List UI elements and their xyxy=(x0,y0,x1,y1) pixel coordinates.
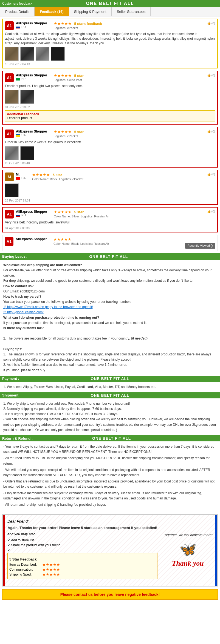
review-image-2b xyxy=(20,90,34,104)
shipment-header: Shipment : ONE BELT FIT ALL xyxy=(0,392,220,398)
review-images-3 xyxy=(5,146,215,160)
flag-ru-5 xyxy=(16,214,20,217)
email-text: Our Email: edbltd@126.com xyxy=(3,289,217,294)
ty-dear: Dear Friend: xyxy=(7,519,157,524)
reviewer-name-4: M. xyxy=(16,173,26,176)
review-images-1 xyxy=(5,47,215,61)
like-count-1: (0) xyxy=(211,22,215,25)
stars-4: ★★★★★ xyxy=(32,173,50,177)
reviewer-name-1: AliExpress Shopper xyxy=(16,21,47,25)
color-name-4: Color Name: Black Logistics: ePacket xyxy=(32,177,83,181)
buying-leads-label: Buying Leads: xyxy=(2,254,27,258)
sf-row-0: Item as Described: ★★★★★ xyxy=(9,562,156,567)
rating-label-3: 5 star xyxy=(74,130,84,134)
star-feedback-box: 5 Star Feedback Item as Described: ★★★★★… xyxy=(7,553,157,579)
tab-product-details[interactable]: Product Details xyxy=(0,7,35,16)
avatar-5: A1 xyxy=(5,210,14,219)
reviewer-info-1: A1 AliExpress Shopper RU ★★★★★ 5 stars f… xyxy=(5,21,215,30)
review-date-2: 01 Jan 2017 18:02 xyxy=(5,105,215,109)
return-line-3: - Orders that are returned to us due to … xyxy=(3,479,217,489)
review-image-3a xyxy=(5,146,19,160)
sf-stars-1: ★★★★★ xyxy=(42,567,60,572)
like-button-1[interactable]: 👍 (0) xyxy=(207,21,215,25)
like-count-3: (0) xyxy=(211,130,215,133)
reviewer-info-4: M M. CA ★★★★★ 5 star Color Name: Black L… xyxy=(5,173,215,181)
review-image-1d xyxy=(51,47,65,61)
sf-stars-0: ★★★★★ xyxy=(42,562,60,567)
reviewer-name-5: AliExpress Shopper xyxy=(16,210,47,214)
like-button-4[interactable]: 👍 (0) xyxy=(207,173,215,176)
rating-label-1: 5 stars feedback xyxy=(74,22,102,26)
tabs-bar: Product Details Feedback (16) Shipping &… xyxy=(0,7,220,16)
review-card-4: 👍 (0) M M. CA ★★★★★ 5 star Color Name: B… xyxy=(2,170,218,205)
review-image-3b xyxy=(20,146,34,160)
butterfly-icon: 🦋 xyxy=(179,541,196,557)
checklist-item-1: Share the product with your friend xyxy=(7,543,157,547)
ty-checklist: Add to store list Share the product with… xyxy=(7,538,157,579)
additional-label-2: Additional Feedback xyxy=(7,112,213,116)
logistics-3: Logistics: ePacket xyxy=(54,134,84,138)
sf-label-2: Shipping Sped: xyxy=(9,573,42,576)
sf-label-1: Communication: xyxy=(9,568,42,571)
track-link1[interactable]: 1) http://www.17track.net/en (copy to th… xyxy=(3,305,93,309)
ty-also: and you may also : xyxy=(7,532,157,536)
stars-3: ★★★★★ xyxy=(54,130,72,134)
tab-feedback[interactable]: Feedback (16) xyxy=(35,7,69,16)
reviewer-country-1: RU xyxy=(16,25,47,28)
reviewer-info-3: A1 AliExpress Shopper UA ★★★★★ 5 star Lo… xyxy=(5,130,215,138)
reviewer-name-2: AliExpress Shopper xyxy=(16,73,47,77)
stars-1: ★★★★★ xyxy=(54,21,72,26)
stars-5: ★★★★★ xyxy=(54,210,72,214)
sf-row-1: Communication: ★★★★★ xyxy=(9,567,156,572)
shipment-line-0: 1. We only ship to confirmed order addre… xyxy=(3,401,217,406)
return-line-4: - Only defective merchandises are subjec… xyxy=(3,491,217,501)
shipment-brand: ONE BELT FIT ALL xyxy=(30,393,190,398)
protection-text: If your purchase protection time is runn… xyxy=(3,320,217,326)
review-image-4a xyxy=(5,183,19,197)
tab-guarantees[interactable]: Seller Guarantees xyxy=(112,7,151,16)
review-image-1b xyxy=(20,47,34,61)
reviewer-info-2: A1 AliExpress Shopper BR ★★★★★ 5 star Lo… xyxy=(5,73,215,82)
recently-viewed-button[interactable]: Recently Viewed ❯ xyxy=(185,243,215,249)
sf-stars-2: ★★★★★ xyxy=(42,572,60,577)
like-button-2[interactable]: 👍 (0) xyxy=(207,73,215,77)
review-date-5: 04 Apr 2017 06:38 xyxy=(5,226,215,230)
tips-3: If you mind, please don't buy. xyxy=(3,368,217,373)
like-icon-3: 👍 xyxy=(207,130,211,133)
stars-6: ★★★★★ xyxy=(53,237,71,242)
like-button-3[interactable]: 👍 (0) xyxy=(207,130,215,133)
buying-leads-brand: ONE BELT FIT ALL xyxy=(27,254,190,259)
review-image-1a xyxy=(5,47,19,61)
reviewer-country-4: CA xyxy=(16,176,26,180)
track-link2[interactable]: 2) http://global.cainiao.com/ xyxy=(3,310,44,314)
review-date-3: 26 Oct 2016 06:40 xyxy=(5,162,215,165)
reviewer-name-3: AliExpress Shopper xyxy=(16,130,47,133)
review-text-3: Order in Kiev came 2 weeks. the quality … xyxy=(5,140,215,145)
tab-shipping[interactable]: Shipping & Payment xyxy=(69,7,112,16)
avatar-3: A1 xyxy=(5,130,14,138)
ty-main-text: Again, Thanks for your order! Please lea… xyxy=(7,526,157,530)
return-line-1: - All returned items MUST BE in the orig… xyxy=(3,456,217,466)
sf-row-2: Shipping Sped: ★★★★★ xyxy=(9,572,156,577)
review-card-3: 👍 (0) A1 AliExpress Shopper UA ★★★★★ 5 s… xyxy=(2,127,218,168)
payment-header: Payment : ONE BELT FIT ALL xyxy=(0,376,220,382)
dropship-text: For drop shipping, we could send the goo… xyxy=(3,278,217,283)
tips-1: 1. The images shown is for your referenc… xyxy=(3,352,217,362)
return-header: Return & Refund : ONE BELT FIT ALL xyxy=(0,435,220,441)
reviewer-info-5: A1 AliExpress Shopper RU ★★★★★ 5 star Co… xyxy=(5,210,215,219)
payment-brand: ONE BELT FIT ALL xyxy=(30,376,190,381)
review-text-5: Very nice belt. horoshy prodovets. sovet… xyxy=(5,220,215,225)
avatar-4: M xyxy=(5,173,14,181)
like-button-5[interactable]: 👍 (0) xyxy=(207,210,215,213)
reviewer-name-6: AliExpress Shopper xyxy=(16,237,47,241)
footer-text: Please contact us before you leave negat… xyxy=(60,592,160,597)
shipment-line-2: - If it is urgent, please choose EMS/DHL… xyxy=(3,412,217,417)
review-image-2a xyxy=(5,90,19,104)
reviewer-country-2: BR xyxy=(16,77,47,81)
additional-text-2: Excellent product xyxy=(7,116,213,120)
color-name-6: Color Name: Black Logistics: Russian Air xyxy=(53,242,109,245)
logistics-1: Logistics: ePacket xyxy=(54,26,102,30)
like-icon-5: 👍 xyxy=(207,210,211,213)
track-text: You can track your parcel on the followi… xyxy=(3,299,217,304)
like-icon: 👍 xyxy=(207,21,211,25)
